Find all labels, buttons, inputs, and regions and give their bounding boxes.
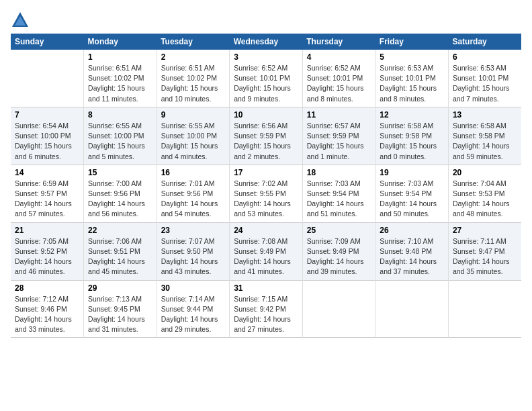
day-number: 10 xyxy=(234,110,298,120)
days-of-week-row: SundayMondayTuesdayWednesdayThursdayFrid… xyxy=(11,34,521,50)
day-of-week-header: Thursday xyxy=(302,34,375,50)
calendar-cell: 6Sunrise: 6:53 AMSunset: 10:01 PMDayligh… xyxy=(448,50,521,107)
calendar-cell: 13Sunrise: 6:58 AMSunset: 9:58 PMDayligh… xyxy=(448,107,521,165)
calendar-cell: 24Sunrise: 7:08 AMSunset: 9:49 PMDayligh… xyxy=(230,222,303,280)
day-info: Sunrise: 6:53 AMSunset: 10:01 PMDaylight… xyxy=(380,63,444,104)
calendar-cell xyxy=(302,280,375,338)
day-info: Sunrise: 6:59 AMSunset: 9:57 PMDaylight:… xyxy=(15,179,79,220)
day-number: 19 xyxy=(380,168,444,177)
day-info: Sunrise: 6:54 AMSunset: 10:00 PMDaylight… xyxy=(15,121,79,162)
day-info: Sunrise: 7:03 AMSunset: 9:54 PMDaylight:… xyxy=(380,179,444,220)
calendar-cell: 26Sunrise: 7:10 AMSunset: 9:48 PMDayligh… xyxy=(375,222,449,280)
calendar-cell: 3Sunrise: 6:52 AMSunset: 10:01 PMDayligh… xyxy=(230,50,303,107)
day-info: Sunrise: 7:01 AMSunset: 9:56 PMDaylight:… xyxy=(161,179,226,220)
day-info: Sunrise: 7:02 AMSunset: 9:55 PMDaylight:… xyxy=(234,179,298,220)
day-number: 30 xyxy=(161,283,226,293)
day-of-week-header: Monday xyxy=(84,34,157,50)
day-number: 17 xyxy=(234,168,298,177)
calendar-cell: 5Sunrise: 6:53 AMSunset: 10:01 PMDayligh… xyxy=(375,50,449,107)
day-info: Sunrise: 6:52 AMSunset: 10:01 PMDaylight… xyxy=(234,63,298,104)
day-number: 5 xyxy=(380,52,444,62)
day-number: 6 xyxy=(453,52,517,62)
day-number: 15 xyxy=(88,168,152,177)
logo xyxy=(11,11,32,30)
day-info: Sunrise: 7:14 AMSunset: 9:44 PMDaylight:… xyxy=(161,294,226,335)
calendar-cell: 12Sunrise: 6:58 AMSunset: 9:58 PMDayligh… xyxy=(375,107,449,165)
calendar-week-row: 14Sunrise: 6:59 AMSunset: 9:57 PMDayligh… xyxy=(11,165,521,222)
calendar-cell: 8Sunrise: 6:55 AMSunset: 10:00 PMDayligh… xyxy=(84,107,157,165)
day-info: Sunrise: 7:09 AMSunset: 9:49 PMDaylight:… xyxy=(307,236,371,277)
day-info: Sunrise: 6:51 AMSunset: 10:02 PMDaylight… xyxy=(88,63,152,104)
day-of-week-header: Friday xyxy=(375,34,449,50)
calendar-cell: 7Sunrise: 6:54 AMSunset: 10:00 PMDayligh… xyxy=(11,107,84,165)
day-info: Sunrise: 7:06 AMSunset: 9:51 PMDaylight:… xyxy=(88,236,152,277)
calendar-cell: 15Sunrise: 7:00 AMSunset: 9:56 PMDayligh… xyxy=(84,165,157,222)
day-info: Sunrise: 7:04 AMSunset: 9:53 PMDaylight:… xyxy=(453,179,517,220)
day-of-week-header: Sunday xyxy=(11,34,84,50)
day-of-week-header: Saturday xyxy=(448,34,521,50)
day-number: 20 xyxy=(453,168,517,177)
calendar-week-row: 7Sunrise: 6:54 AMSunset: 10:00 PMDayligh… xyxy=(11,107,521,165)
day-number: 11 xyxy=(307,110,371,120)
day-number: 27 xyxy=(453,226,517,235)
day-info: Sunrise: 6:57 AMSunset: 9:59 PMDaylight:… xyxy=(307,121,371,162)
day-number: 13 xyxy=(453,110,517,120)
day-number: 18 xyxy=(307,168,371,177)
calendar-cell xyxy=(375,280,449,338)
day-info: Sunrise: 6:53 AMSunset: 10:01 PMDaylight… xyxy=(453,63,517,104)
calendar-cell: 2Sunrise: 6:51 AMSunset: 10:02 PMDayligh… xyxy=(157,50,230,107)
day-info: Sunrise: 6:55 AMSunset: 10:00 PMDaylight… xyxy=(88,121,152,162)
calendar-cell: 16Sunrise: 7:01 AMSunset: 9:56 PMDayligh… xyxy=(157,165,230,222)
day-number: 12 xyxy=(380,110,444,120)
day-info: Sunrise: 7:05 AMSunset: 9:52 PMDaylight:… xyxy=(15,236,79,277)
day-number: 22 xyxy=(88,226,152,235)
day-number: 29 xyxy=(88,283,152,293)
day-info: Sunrise: 7:10 AMSunset: 9:48 PMDaylight:… xyxy=(380,236,444,277)
day-number: 16 xyxy=(161,168,226,177)
day-info: Sunrise: 6:55 AMSunset: 10:00 PMDaylight… xyxy=(161,121,226,162)
day-info: Sunrise: 6:58 AMSunset: 9:58 PMDaylight:… xyxy=(453,121,517,162)
calendar-cell: 4Sunrise: 6:52 AMSunset: 10:01 PMDayligh… xyxy=(302,50,375,107)
calendar-cell: 25Sunrise: 7:09 AMSunset: 9:49 PMDayligh… xyxy=(302,222,375,280)
day-number: 8 xyxy=(88,110,152,120)
calendar-cell: 19Sunrise: 7:03 AMSunset: 9:54 PMDayligh… xyxy=(375,165,449,222)
calendar-cell: 21Sunrise: 7:05 AMSunset: 9:52 PMDayligh… xyxy=(11,222,84,280)
day-number: 2 xyxy=(161,52,226,62)
day-number: 21 xyxy=(15,226,79,235)
calendar-cell: 18Sunrise: 7:03 AMSunset: 9:54 PMDayligh… xyxy=(302,165,375,222)
calendar-cell: 14Sunrise: 6:59 AMSunset: 9:57 PMDayligh… xyxy=(11,165,84,222)
calendar-cell: 28Sunrise: 7:12 AMSunset: 9:46 PMDayligh… xyxy=(11,280,84,338)
calendar-cell: 23Sunrise: 7:07 AMSunset: 9:50 PMDayligh… xyxy=(157,222,230,280)
day-number: 14 xyxy=(15,168,79,177)
calendar-cell: 30Sunrise: 7:14 AMSunset: 9:44 PMDayligh… xyxy=(157,280,230,338)
day-of-week-header: Tuesday xyxy=(157,34,230,50)
calendar-body: 1Sunrise: 6:51 AMSunset: 10:02 PMDayligh… xyxy=(11,50,521,338)
day-number: 1 xyxy=(88,52,152,62)
day-info: Sunrise: 7:08 AMSunset: 9:49 PMDaylight:… xyxy=(234,236,298,277)
day-info: Sunrise: 7:13 AMSunset: 9:45 PMDaylight:… xyxy=(88,294,152,335)
day-number: 25 xyxy=(307,226,371,235)
day-number: 7 xyxy=(15,110,79,120)
calendar-cell xyxy=(448,280,521,338)
calendar-cell: 1Sunrise: 6:51 AMSunset: 10:02 PMDayligh… xyxy=(84,50,157,107)
calendar-week-row: 28Sunrise: 7:12 AMSunset: 9:46 PMDayligh… xyxy=(11,280,521,338)
day-info: Sunrise: 6:58 AMSunset: 9:58 PMDaylight:… xyxy=(380,121,444,162)
day-number: 4 xyxy=(307,52,371,62)
calendar-cell xyxy=(11,50,84,107)
calendar-cell: 9Sunrise: 6:55 AMSunset: 10:00 PMDayligh… xyxy=(157,107,230,165)
page-header xyxy=(11,11,521,30)
calendar-cell: 27Sunrise: 7:11 AMSunset: 9:47 PMDayligh… xyxy=(448,222,521,280)
calendar-table: SundayMondayTuesdayWednesdayThursdayFrid… xyxy=(11,34,521,338)
day-number: 24 xyxy=(234,226,298,235)
day-info: Sunrise: 7:15 AMSunset: 9:42 PMDaylight:… xyxy=(234,294,298,335)
calendar-cell: 11Sunrise: 6:57 AMSunset: 9:59 PMDayligh… xyxy=(302,107,375,165)
day-info: Sunrise: 7:11 AMSunset: 9:47 PMDaylight:… xyxy=(453,236,517,277)
day-number: 3 xyxy=(234,52,298,62)
day-info: Sunrise: 7:07 AMSunset: 9:50 PMDaylight:… xyxy=(161,236,226,277)
calendar-cell: 17Sunrise: 7:02 AMSunset: 9:55 PMDayligh… xyxy=(230,165,303,222)
day-info: Sunrise: 7:03 AMSunset: 9:54 PMDaylight:… xyxy=(307,179,371,220)
day-info: Sunrise: 6:52 AMSunset: 10:01 PMDaylight… xyxy=(307,63,371,104)
day-of-week-header: Wednesday xyxy=(230,34,303,50)
day-number: 26 xyxy=(380,226,444,235)
day-info: Sunrise: 6:56 AMSunset: 9:59 PMDaylight:… xyxy=(234,121,298,162)
